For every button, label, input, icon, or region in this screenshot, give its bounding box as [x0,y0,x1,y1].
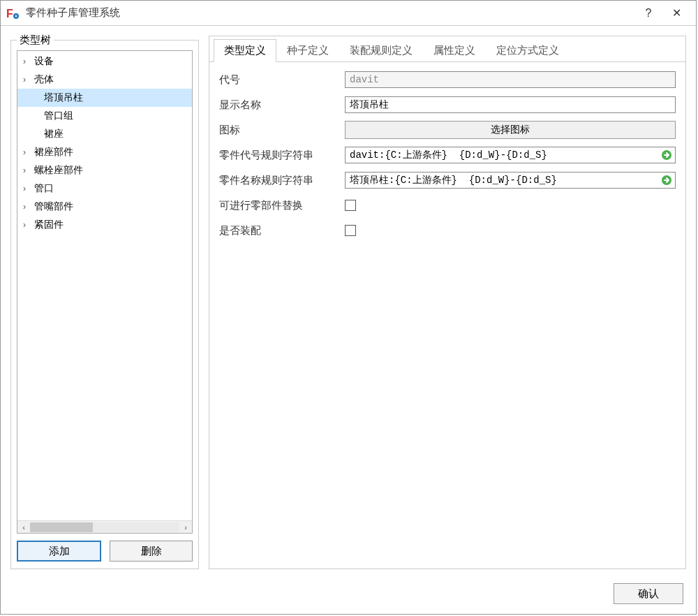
row-icon: 图标 选择图标 [219,121,676,139]
tree-item-davit[interactable]: 塔顶吊柱 [17,89,192,107]
window-title: 零件种子库管理系统 [26,6,634,20]
code-label: 代号 [219,73,345,87]
add-button[interactable]: 添加 [17,541,101,562]
name-input[interactable] [345,96,676,113]
form: 代号 显示名称 图标 选择图标 零件代号规则字符串 [209,62,685,255]
chevron-right-icon: › [23,184,34,193]
tree-item-fastener[interactable]: › 紧固件 [17,216,192,234]
tree-item-nozzle-parts[interactable]: › 管嘴部件 [17,198,192,216]
tree-buttons: 添加 删除 [17,541,193,562]
go-icon[interactable] [660,173,674,187]
row-assemble: 是否装配 [219,221,676,240]
chevron-right-icon: › [23,166,34,175]
main-window: F 零件种子库管理系统 ? ✕ 类型树 › 设备 › [0,0,697,615]
left-panel: 类型树 › 设备 › 壳体 塔顶吊柱 [10,36,199,569]
svg-text:F: F [6,8,13,20]
replace-checkbox[interactable] [345,200,356,211]
name-rule-input[interactable] [346,175,660,186]
right-panel: 类型定义 种子定义 装配规则定义 属性定义 定位方式定义 代号 显示名称 图标 … [209,36,686,569]
tree-groupbox: 类型树 › 设备 › 壳体 塔顶吊柱 [10,40,199,569]
footer: 确认 [1,576,696,614]
horizontal-scrollbar[interactable]: ‹ › [17,520,192,533]
app-icon: F [6,6,20,20]
chevron-right-icon: › [23,57,34,66]
row-replace: 可进行零部件替换 [219,196,676,214]
delete-button[interactable]: 删除 [110,541,193,562]
row-code-rule: 零件代号规则字符串 [219,146,676,164]
tree-title: 类型树 [17,34,54,47]
tree-container: › 设备 › 壳体 塔顶吊柱 管口组 [17,50,193,534]
tree-item-label: 裙座部件 [34,146,73,159]
tree-item-label: 裙座 [44,128,64,140]
tabs: 类型定义 种子定义 装配规则定义 属性定义 定位方式定义 [209,39,685,62]
titlebar: F 零件种子库管理系统 ? ✕ [1,1,696,26]
choose-icon-button[interactable]: 选择图标 [345,121,676,139]
assemble-checkbox[interactable] [345,225,356,236]
tree-item-nozzle-group[interactable]: 管口组 [17,107,192,125]
scroll-right-icon[interactable]: › [179,521,192,534]
name-label: 显示名称 [219,98,345,112]
code-rule-field [345,147,676,163]
tree-item-label: 设备 [34,55,54,68]
tree-item-equipment[interactable]: › 设备 [17,52,192,71]
tree-item-skirt-parts[interactable]: › 裙座部件 [17,143,192,161]
tree-item-shell[interactable]: › 壳体 [17,71,192,89]
tree-item-label: 螺栓座部件 [34,164,83,177]
tree-item-nozzle[interactable]: › 管口 [17,179,192,198]
close-button[interactable]: ✕ [662,3,690,24]
scroll-left-icon[interactable]: ‹ [17,521,30,534]
chevron-right-icon: › [23,202,34,212]
tree-item-label: 管嘴部件 [34,200,73,213]
svg-point-2 [15,15,17,16]
ok-button[interactable]: 确认 [614,583,683,604]
go-icon[interactable] [660,148,674,162]
name-rule-field [345,172,676,189]
tab-seed-definition[interactable]: 种子定义 [276,39,339,62]
tab-type-definition[interactable]: 类型定义 [214,39,276,62]
code-input [345,71,676,88]
row-code: 代号 [219,71,676,89]
chevron-right-icon: › [23,220,34,230]
tree-item-skirt[interactable]: 裙座 [17,125,192,143]
scroll-thumb[interactable] [30,522,93,532]
row-name-rule: 零件名称规则字符串 [219,171,676,189]
tree-item-label: 紧固件 [34,219,64,231]
tab-attribute-definition[interactable]: 属性定义 [423,39,486,62]
scroll-track[interactable] [30,522,179,532]
code-rule-label: 零件代号规则字符串 [219,149,345,162]
tree-item-label: 壳体 [34,73,54,86]
content-area: 类型树 › 设备 › 壳体 塔顶吊柱 [1,26,696,576]
name-rule-label: 零件名称规则字符串 [219,174,345,187]
tab-positioning-definition[interactable]: 定位方式定义 [486,39,570,62]
tab-assembly-rules[interactable]: 装配规则定义 [339,39,423,62]
code-rule-input[interactable] [346,149,660,161]
chevron-right-icon: › [23,75,34,85]
replace-label: 可进行零部件替换 [219,199,345,212]
tree-item-label: 管口组 [44,110,73,122]
tree-item-bolt-seat[interactable]: › 螺栓座部件 [17,161,192,179]
row-name: 显示名称 [219,96,676,114]
help-button[interactable]: ? [634,3,662,24]
tree-item-label: 管口 [34,182,54,195]
chevron-right-icon: › [23,147,34,157]
icon-label: 图标 [219,124,345,137]
assemble-label: 是否装配 [219,224,345,237]
type-tree[interactable]: › 设备 › 壳体 塔顶吊柱 管口组 [17,51,192,520]
tree-item-label: 塔顶吊柱 [44,91,83,104]
